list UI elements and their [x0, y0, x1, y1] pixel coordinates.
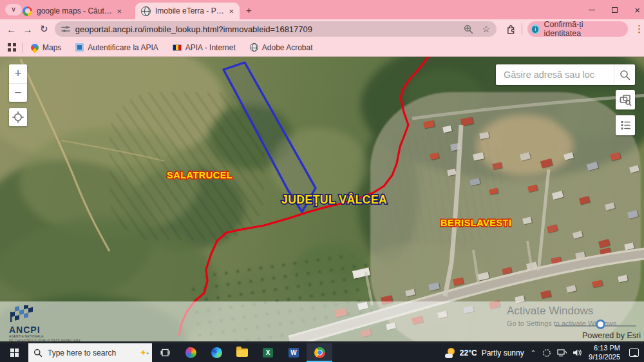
file-explorer-button[interactable]	[229, 343, 255, 362]
excel-button[interactable]: X	[255, 343, 281, 362]
tab-google-maps[interactable]: google maps - Căutare Google ×	[17, 3, 128, 19]
maximize-button[interactable]	[612, 7, 618, 13]
google-favicon-icon	[23, 6, 32, 16]
window-controls: ×	[589, 0, 640, 19]
copilot-icon	[185, 347, 196, 358]
zoom-control: + −	[9, 64, 27, 102]
ancpi-flag-icon	[9, 305, 37, 322]
taskbar-clock[interactable]: 6:13 PM 9/19/2025	[589, 344, 620, 362]
crosshair-icon	[12, 111, 24, 123]
bookmark-maps[interactable]: Maps	[31, 43, 61, 52]
map-viewport[interactable]: SALATRUCEL JUDEȚUL VÂLCEA BERISLAVESTI A…	[0, 57, 644, 343]
map-search	[496, 64, 635, 85]
reload-button[interactable]: ↻	[36, 23, 52, 35]
browser-toolbar: ← → ↻ geoportal.ancpi.ro/imobile_lookup.…	[0, 19, 644, 39]
tab-close-icon[interactable]: ×	[117, 6, 122, 16]
bookmarks-divider	[23, 43, 23, 53]
minimize-button[interactable]	[589, 10, 595, 10]
zoom-out-button[interactable]: −	[9, 83, 27, 102]
windows-taskbar: ✦ X W 22°C Partly sunny ⌃	[0, 343, 644, 362]
edge-button[interactable]	[204, 343, 229, 362]
taskbar-search-input[interactable]	[48, 348, 124, 357]
apps-grid-icon[interactable]	[8, 43, 16, 52]
legend-icon	[620, 120, 631, 131]
address-bar[interactable]: geoportal.ancpi.ro/imobile_lookup.html?i…	[55, 21, 497, 37]
taskbar-tray: 22°C Partly sunny ⌃ 6:13 PM	[445, 344, 644, 362]
legend-button[interactable]	[616, 115, 635, 135]
action-center-icon[interactable]	[629, 348, 639, 357]
locate-button[interactable]	[9, 108, 27, 126]
close-button[interactable]: ×	[634, 5, 640, 15]
clock-time: 6:13 PM	[589, 344, 620, 353]
word-icon: W	[289, 348, 299, 357]
url-text[interactable]: geoportal.ancpi.ro/imobile_lookup.html?i…	[75, 24, 459, 34]
esri-attribution: Powered by Esri	[582, 331, 641, 340]
zoom-page-icon[interactable]	[464, 24, 473, 34]
bookmark-apia-internet[interactable]: APIA - Internet	[173, 43, 236, 52]
desktop: ∨ google maps - Căutare Google × Imobile…	[0, 0, 644, 362]
folder-icon	[236, 348, 248, 357]
chrome-icon	[314, 347, 325, 358]
bookmark-label: Adobe Acrobat	[262, 43, 313, 52]
identity-info-icon: i	[531, 24, 540, 34]
romania-flag-icon	[173, 44, 182, 51]
clock-date: 9/19/2025	[589, 353, 620, 362]
maps-pin-icon	[30, 42, 41, 53]
new-tab-button[interactable]: +	[246, 5, 252, 15]
bookmark-label: Maps	[43, 43, 61, 52]
browser-menu-icon[interactable]: ⋮	[634, 23, 644, 35]
bookmark-adobe[interactable]: Adobe Acrobat	[250, 43, 313, 52]
search-icon	[33, 348, 43, 357]
start-button[interactable]	[0, 343, 28, 362]
search-icon	[620, 70, 630, 81]
weather-widget[interactable]: 22°C Partly sunny	[445, 348, 524, 358]
partly-sunny-icon	[445, 348, 455, 358]
volume-icon[interactable]	[573, 348, 582, 357]
bookmark-label: Autentificare la APIA	[88, 43, 158, 52]
task-view-button[interactable]	[152, 343, 178, 362]
watermark-line1: Activate Windows	[507, 305, 619, 318]
tab-title: google maps - Căutare Google	[37, 6, 112, 15]
meet-now-icon[interactable]	[542, 348, 551, 357]
forward-button[interactable]: →	[19, 24, 35, 35]
bookmarks-bar: Maps Autentificare la APIA APIA - Intern…	[0, 39, 644, 57]
bookmark-apia-auth[interactable]: Autentificare la APIA	[75, 43, 158, 52]
basemap-icon	[620, 94, 632, 106]
task-view-icon	[160, 348, 170, 357]
taskbar-search[interactable]: ✦	[28, 343, 152, 362]
weather-temp: 22°C	[460, 348, 477, 357]
ancpi-title: ANCPI	[9, 325, 112, 335]
bookmark-label: APIA - Internet	[185, 43, 236, 52]
browser-titlebar: ∨ google maps - Căutare Google × Imobile…	[0, 0, 644, 19]
map-search-input[interactable]	[496, 70, 614, 80]
ancpi-subtitle-1: AGENTIA NATIONALA	[9, 335, 112, 339]
excel-icon: X	[263, 348, 273, 357]
confirm-identity-button[interactable]: i Confirmă-ți identitatea	[527, 21, 628, 37]
adobe-globe-icon	[250, 43, 258, 52]
map-slider-knob[interactable]	[596, 319, 605, 329]
tab-title: Imobile eTerra - Public	[155, 6, 224, 15]
toolbar-divider	[522, 23, 522, 35]
identity-label: Confirmă-ți identitatea	[544, 20, 620, 38]
tab-close-icon[interactable]: ×	[229, 6, 234, 16]
edge-icon	[211, 347, 222, 358]
basemap-gallery-button[interactable]	[616, 90, 635, 110]
hidden-icons-chevron[interactable]: ⌃	[531, 349, 536, 356]
map-search-button[interactable]	[614, 64, 635, 85]
copilot-button[interactable]	[178, 343, 204, 362]
copilot-sparkle-icon: ✦	[140, 348, 147, 357]
chrome-button[interactable]	[307, 343, 332, 362]
weather-condition: Partly sunny	[482, 348, 524, 357]
globe-favicon-icon	[141, 6, 151, 16]
network-icon[interactable]	[557, 348, 567, 357]
site-settings-icon[interactable]	[61, 24, 70, 33]
extensions-icon[interactable]	[506, 24, 516, 35]
ancpi-logo: ANCPI AGENTIA NATIONALA DE CADASTRU SI P…	[9, 305, 112, 343]
tab-imobile-eterra[interactable]: Imobile eTerra - Public ×	[135, 3, 240, 19]
zoom-in-button[interactable]: +	[9, 64, 27, 83]
word-button[interactable]: W	[281, 343, 307, 362]
windows-logo-icon	[10, 348, 19, 357]
bookmark-star-icon[interactable]: ☆	[482, 24, 491, 34]
apia-icon	[75, 43, 84, 52]
back-button[interactable]: ←	[3, 24, 19, 35]
